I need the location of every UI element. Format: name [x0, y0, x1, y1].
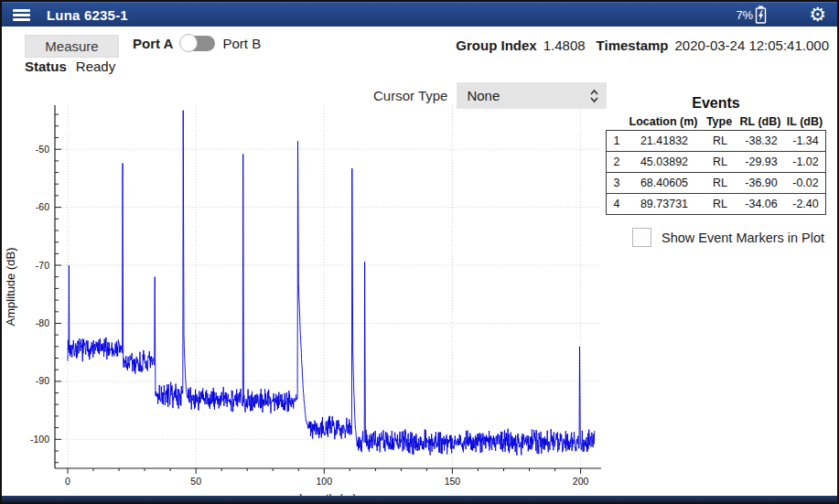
svg-text:-50: -50: [36, 144, 49, 155]
bottom-bar: [2, 496, 837, 502]
group-index-value: 1.4808: [543, 38, 586, 53]
toggle-knob[interactable]: [179, 34, 198, 52]
show-event-markers-checkbox[interactable]: [632, 228, 651, 247]
events-col-location: Location (m): [626, 115, 701, 128]
svg-text:-80: -80: [36, 317, 49, 328]
events-col-type: Type: [701, 115, 737, 128]
app-title: Luna 6235-1: [47, 7, 128, 23]
event-row[interactable]: 245.03892RL-29.93-1.02: [606, 151, 826, 173]
timestamp-label: Timestamp: [597, 38, 669, 53]
title-bar: Luna 6235-1 7% ⚙: [2, 2, 837, 27]
battery-charging-icon: [755, 5, 767, 24]
svg-text:50: 50: [190, 476, 201, 487]
show-event-markers-row[interactable]: Show Event Markers in Plot: [632, 228, 824, 247]
events-rows: 121.41832RL-38.32-1.34245.03892RL-29.93-…: [606, 131, 826, 215]
svg-text:Amplitude (dB): Amplitude (dB): [4, 248, 17, 327]
port-b-label: Port B: [222, 36, 261, 51]
measurement-meta: Group Index 1.4808 Timestamp 2020-03-24 …: [456, 38, 829, 53]
event-row[interactable]: 489.73731RL-34.06-2.40: [606, 193, 826, 215]
menu-icon[interactable]: [13, 9, 30, 21]
group-index-label: Group Index: [456, 38, 536, 53]
svg-text:100: 100: [317, 476, 333, 487]
port-toggle-switch[interactable]: [180, 36, 215, 51]
svg-text:0: 0: [65, 476, 70, 487]
svg-text:-70: -70: [36, 260, 49, 271]
events-col-il: IL (dB): [783, 115, 826, 128]
port-a-label: Port A: [133, 36, 173, 51]
event-row[interactable]: 121.41832RL-38.32-1.34: [606, 130, 826, 152]
show-event-markers-label: Show Event Markers in Plot: [662, 231, 824, 245]
luna-app-window: Luna 6235-1 7% ⚙ Measure Port A Port B G…: [0, 0, 839, 504]
svg-text:-90: -90: [36, 375, 49, 386]
timestamp-value: 2020-03-24 12:05:41.000: [675, 38, 829, 53]
amplitude-chart[interactable]: 050100150200-50-60-70-80-90-100Length (m…: [2, 93, 624, 504]
status-row: Status Ready: [25, 59, 115, 74]
events-title: Events: [606, 95, 826, 112]
svg-text:-100: -100: [30, 434, 49, 445]
status-value: Ready: [76, 59, 115, 74]
status-label: Status: [25, 59, 67, 74]
measure-button[interactable]: Measure: [25, 35, 119, 58]
svg-text:150: 150: [445, 476, 461, 487]
events-header-row: Location (m) Type RL (dB) IL (dB): [606, 115, 826, 128]
event-row[interactable]: 368.40605RL-36.90-0.02: [606, 172, 826, 194]
battery-percent: 7%: [736, 8, 753, 22]
events-col-rl: RL (dB): [737, 115, 783, 128]
svg-text:-60: -60: [36, 201, 49, 212]
port-toggle-group: Port A Port B: [133, 36, 261, 51]
svg-text:200: 200: [573, 476, 589, 487]
settings-gear-icon[interactable]: ⚙: [809, 5, 826, 25]
